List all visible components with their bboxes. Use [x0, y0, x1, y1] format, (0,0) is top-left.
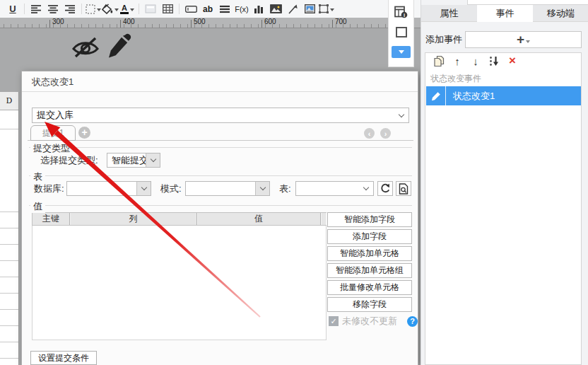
- column-header-column[interactable]: 列: [70, 213, 197, 225]
- align-left-icon: [31, 5, 41, 13]
- question-icon: ?: [410, 317, 415, 325]
- grid-row: [0, 245, 18, 261]
- checkbox-label: 未修改不更新: [342, 315, 397, 328]
- group-border: [29, 175, 412, 176]
- add-event-button[interactable]: +: [465, 31, 582, 48]
- align-right-icon: [65, 5, 75, 13]
- media-widget-button[interactable]: [301, 1, 318, 16]
- image-widget-button[interactable]: [267, 1, 284, 16]
- edit-widget-indicator: [107, 33, 132, 60]
- group-legend: 值: [30, 200, 45, 213]
- label-widget-button[interactable]: ab: [199, 1, 216, 16]
- smart-add-cell-group-button[interactable]: 智能添加单元格组: [327, 263, 412, 278]
- right-panel: 属性 事件 移动端 添加事件 + ↑ ↓ × 状态改变事件: [421, 0, 588, 365]
- panel-button[interactable]: [142, 1, 159, 16]
- group-border: [29, 147, 412, 148]
- panel-tabs: 属性 事件 移动端: [421, 5, 588, 22]
- line-widget-button[interactable]: [284, 1, 301, 16]
- text-ab-icon: ab: [203, 4, 213, 14]
- checkbox-checked-disabled[interactable]: ✓: [329, 316, 339, 326]
- fill-color-button[interactable]: [102, 1, 119, 16]
- document-search-icon: [399, 183, 408, 195]
- tab-scroll-left-button[interactable]: ‹: [364, 128, 375, 139]
- table-grid-button[interactable]: [159, 1, 176, 16]
- chevron-down-icon: [150, 156, 155, 162]
- ruler-label: 400: [123, 18, 135, 25]
- sort-move-icon: [488, 56, 500, 66]
- line-spacing-button[interactable]: [216, 1, 233, 16]
- batch-modify-cell-button[interactable]: 批量修改单元格: [327, 280, 412, 295]
- formula-button[interactable]: F(x): [233, 1, 250, 16]
- event-group-header: 状态改变事件: [430, 73, 481, 85]
- more-widgets-dropdown[interactable]: [392, 44, 411, 59]
- tab-scroll-right-button[interactable]: ›: [380, 128, 391, 139]
- move-up-button[interactable]: ↑: [448, 54, 466, 68]
- smart-add-field-button[interactable]: 智能添加字段: [327, 212, 412, 227]
- refresh-button[interactable]: [377, 181, 393, 196]
- event-edit-cell[interactable]: [426, 86, 446, 105]
- align-left-button[interactable]: [28, 1, 45, 16]
- set-submit-condition-button[interactable]: 设置提交条件: [30, 351, 97, 365]
- copy-event-button[interactable]: [430, 54, 448, 68]
- align-center-button[interactable]: [45, 1, 61, 16]
- add-field-button[interactable]: 添加字段: [327, 229, 412, 244]
- column-header-value[interactable]: 值: [197, 213, 321, 225]
- button-label: 添加字段: [353, 231, 387, 243]
- event-list: 状态改变事件 状态改变1: [425, 69, 582, 365]
- delete-event-button[interactable]: ×: [503, 54, 522, 68]
- smart-add-cell-button[interactable]: 智能添加单元格: [327, 246, 412, 261]
- tab-submit-1[interactable]: 提交1: [30, 125, 76, 141]
- move-down-button[interactable]: ↓: [466, 54, 485, 68]
- group-legend: 表: [30, 170, 45, 183]
- table-dropdown[interactable]: [295, 181, 374, 196]
- submit-type-dropdown[interactable]: 智能提交: [107, 153, 160, 168]
- rectangle-icon: [319, 4, 329, 13]
- toolbar-divider: [81, 4, 82, 14]
- border-style-button[interactable]: [85, 1, 102, 16]
- database-dropdown[interactable]: [66, 181, 151, 196]
- dropdown-chevron: [255, 182, 269, 195]
- tab-events[interactable]: 事件: [477, 5, 533, 22]
- bar-chart-icon: [254, 4, 264, 13]
- align-right-button[interactable]: [61, 1, 78, 16]
- underline-button[interactable]: U: [4, 1, 21, 16]
- chevron-down-icon: [141, 185, 146, 190]
- add-tab-button[interactable]: +: [78, 127, 90, 139]
- reorder-button[interactable]: [485, 54, 503, 68]
- event-item-selected[interactable]: 状态改变1: [426, 86, 581, 105]
- form-info-button[interactable]: i: [394, 4, 408, 20]
- border-icon: [86, 4, 95, 14]
- tab-properties[interactable]: 属性: [421, 5, 477, 22]
- svg-text:i: i: [404, 12, 405, 18]
- remove-field-button[interactable]: 移除字段: [327, 297, 412, 312]
- schema-dropdown[interactable]: [185, 181, 270, 196]
- panel-icon: [145, 4, 156, 13]
- chevron-down-icon: [399, 111, 404, 117]
- lines-icon: [220, 5, 230, 13]
- grid-row: [0, 310, 18, 326]
- value-table-body[interactable]: [32, 226, 327, 340]
- state-change-dialog: 状态改变1 提交入库 提交1 + ‹ › 提交类型 选择提交类型: 智能提交 表…: [21, 71, 418, 365]
- hidden-widget-indicator: [71, 35, 100, 60]
- toolbar-divider: [139, 4, 139, 14]
- database-label: 数据库:: [34, 181, 64, 197]
- grid-row: [0, 129, 18, 212]
- action-type-dropdown[interactable]: 提交入库: [32, 108, 409, 123]
- rectangle-tool-button[interactable]: [396, 24, 407, 40]
- no-update-unmodified-option: ✓ 未修改不更新 ?: [329, 315, 418, 328]
- ruler-label: 700: [335, 18, 347, 25]
- chevron-down-icon: [330, 8, 334, 13]
- help-button[interactable]: ?: [407, 316, 418, 327]
- textfield-widget-button[interactable]: [182, 1, 199, 16]
- dropdown-chevron: [359, 182, 373, 195]
- chart-widget-button[interactable]: [250, 1, 267, 16]
- ruler-label: 500: [194, 18, 206, 25]
- refresh-icon: [380, 183, 391, 194]
- preview-table-button[interactable]: [396, 181, 411, 196]
- column-header-primary-key[interactable]: 主键: [33, 213, 70, 225]
- media-icon: [305, 4, 315, 13]
- chevron-down-icon: [399, 50, 404, 57]
- tab-mobile[interactable]: 移动端: [533, 5, 588, 22]
- font-color-button[interactable]: A: [119, 1, 136, 16]
- shape-widget-button[interactable]: [318, 1, 335, 16]
